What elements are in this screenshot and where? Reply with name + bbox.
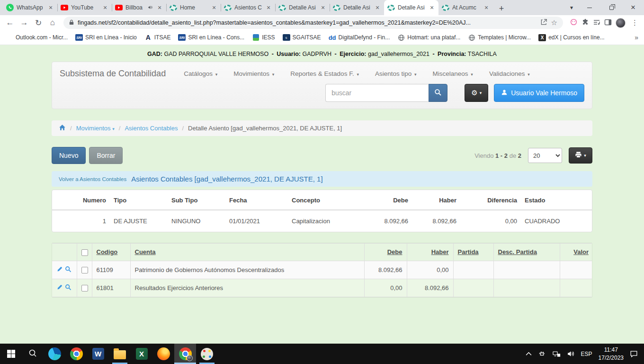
bookmark-outlook[interactable]: Outlook.com - Micr... (6, 34, 68, 41)
col-partida[interactable]: Partida (453, 244, 493, 261)
volume-icon[interactable] (567, 350, 575, 358)
breadcrumb-asientos-contables[interactable]: Asientos Contables (125, 125, 178, 132)
bookmark-edx[interactable]: XedX | Cursos en líne... (538, 34, 605, 41)
row-checkbox[interactable] (81, 267, 88, 273)
tray-chevron-up-icon[interactable] (526, 352, 532, 356)
page-size-select[interactable]: 20 (528, 148, 562, 163)
back-to-asientos-link[interactable]: Volver a Asientos Contables (59, 176, 126, 182)
row-checkbox[interactable] (81, 285, 88, 291)
menu-movimientos[interactable]: Movimientos ▾ (233, 70, 274, 77)
taskbar-word[interactable]: W (87, 344, 109, 364)
tab-close-icon[interactable]: × (156, 4, 163, 11)
view-magnifier-icon[interactable] (65, 284, 72, 292)
breadcrumb-movimientos[interactable]: Movimientos ▾ (76, 125, 115, 132)
extension-pink-icon[interactable] (570, 18, 578, 27)
search-button[interactable] (429, 84, 447, 102)
bookmark-digitaldefynd[interactable]: ddDigitalDefynd - Fin... (329, 34, 390, 41)
col-desc-partida[interactable]: Desc. Partida (493, 244, 560, 261)
bookmark-sri-inicio[interactable]: SRiSRI en Línea - Inicio (75, 34, 137, 41)
address-bar[interactable]: fingads.net/sf2/contabilidad/detalle_asi… (63, 17, 563, 29)
new-tab-button[interactable]: + (495, 2, 508, 15)
col-haber[interactable]: Haber (407, 244, 453, 261)
menu-catalogos[interactable]: Catálogos ▾ (184, 70, 217, 77)
bookmark-hotmart[interactable]: Hotmart: una plataf... (397, 34, 460, 41)
taskbar-chrome-active[interactable] (174, 344, 196, 364)
bookmark-iess[interactable]: IESS (252, 34, 275, 41)
browser-menu-icon[interactable]: ⋮ (629, 18, 640, 27)
refresh-icon[interactable]: ↻ (32, 17, 45, 29)
extensions-puzzle-icon[interactable] (581, 18, 589, 27)
start-button[interactable] (0, 344, 22, 364)
tab-whatsapp[interactable]: WhatsApp × (3, 0, 57, 15)
taskbar-paint[interactable] (196, 344, 218, 364)
media-controls-icon[interactable] (593, 18, 600, 27)
tab-billboard[interactable]: Billboa × (112, 0, 166, 15)
menu-asientos-tipo[interactable]: Asientos tipo ▾ (375, 70, 417, 77)
user-button[interactable]: Usuario Vale Hermoso (494, 84, 584, 102)
search-input[interactable] (325, 84, 429, 102)
bookmark-star-icon[interactable]: ☆ (551, 18, 557, 27)
tab-detalle-asiento-2[interactable]: Detalle Asi × (330, 0, 384, 15)
bookmark-sgaitsae[interactable]: sSGAITSAE (283, 34, 321, 41)
bookmarks-overflow-icon[interactable]: » (635, 34, 638, 41)
tab-close-icon[interactable]: × (374, 4, 381, 11)
taskbar-clock[interactable]: 11:47 17/2/2023 (599, 346, 624, 361)
share-icon[interactable] (540, 18, 547, 27)
menu-reportes[interactable]: Reportes & Estados F. ▾ (290, 70, 359, 77)
menu-validaciones[interactable]: Validaciones ▾ (489, 70, 530, 77)
notification-center-icon[interactable] (630, 350, 638, 358)
tab-youtube[interactable]: YouTube × (57, 0, 112, 15)
taskbar-excel[interactable]: X (131, 344, 152, 364)
tab-close-icon[interactable]: × (483, 4, 490, 11)
col-codigo[interactable]: Codigo (92, 244, 130, 261)
profile-avatar[interactable] (616, 18, 626, 28)
delete-button[interactable]: Borrar (89, 147, 123, 164)
url-text[interactable]: fingads.net/sf2/contabilidad/detalle_asi… (78, 19, 537, 26)
tab-close-icon[interactable]: × (47, 4, 54, 11)
windows-logo-icon (7, 350, 15, 358)
side-panel-icon[interactable] (604, 18, 612, 27)
language-indicator[interactable]: ESP (581, 351, 592, 357)
menu-miscelaneos[interactable]: Miscelaneos ▾ (433, 70, 473, 77)
taskbar-chrome[interactable] (65, 344, 87, 364)
tab-close-icon[interactable]: × (102, 4, 108, 11)
home-icon[interactable]: ⌂ (46, 17, 59, 29)
col-cuenta[interactable]: Cuenta (130, 244, 364, 261)
bookmark-templates[interactable]: Templates | Microw... (468, 34, 531, 41)
tab-search-chevron-icon[interactable]: ▾ (564, 0, 579, 15)
new-button[interactable]: Nuevo (52, 147, 86, 164)
select-all-checkbox[interactable] (81, 249, 88, 256)
taskbar-file-explorer[interactable] (109, 344, 131, 364)
bookmark-itsae[interactable]: AITSAE (144, 34, 171, 41)
view-magnifier-icon[interactable] (65, 266, 72, 274)
audio-playing-icon[interactable] (148, 4, 153, 11)
taskbar-edge[interactable] (44, 344, 65, 364)
taskbar-firefox[interactable] (152, 344, 174, 364)
print-button[interactable]: ▾ (569, 147, 592, 164)
tab-close-icon[interactable]: × (211, 4, 217, 11)
tab-at-acum[interactable]: At Acumc × (438, 0, 493, 15)
lock-icon[interactable] (69, 19, 74, 27)
window-close-button[interactable]: × (622, 0, 644, 15)
settings-button[interactable]: ⚙▾ (465, 84, 488, 102)
window-minimize-button[interactable] (579, 0, 600, 15)
edit-pencil-icon[interactable] (57, 284, 63, 291)
col-valor[interactable]: Valor (560, 244, 592, 261)
tab-detalle-asiento-active[interactable]: Detalle Asi × (384, 0, 438, 15)
network-icon[interactable] (552, 350, 561, 358)
tab-asientos-contables[interactable]: Asientos C × (221, 0, 275, 15)
taskbar-search-button[interactable] (22, 344, 44, 364)
bookmark-sri-consultas[interactable]: SRiSRI en Línea - Cons... (178, 34, 244, 41)
screen-cast-icon[interactable] (538, 350, 546, 358)
tab-close-icon[interactable]: × (429, 4, 435, 11)
edit-pencil-icon[interactable] (57, 266, 63, 273)
tab-close-icon[interactable]: × (320, 4, 326, 11)
col-debe[interactable]: Debe (364, 244, 407, 261)
tab-close-icon[interactable]: × (265, 4, 272, 11)
tab-detalle-asiento-1[interactable]: Detalle Asi × (275, 0, 330, 15)
home-breadcrumb-icon[interactable] (59, 124, 66, 132)
forward-icon[interactable]: → (18, 17, 30, 29)
window-restore-button[interactable] (600, 0, 622, 15)
back-icon[interactable]: ← (4, 17, 16, 29)
tab-home[interactable]: Home × (166, 0, 221, 15)
